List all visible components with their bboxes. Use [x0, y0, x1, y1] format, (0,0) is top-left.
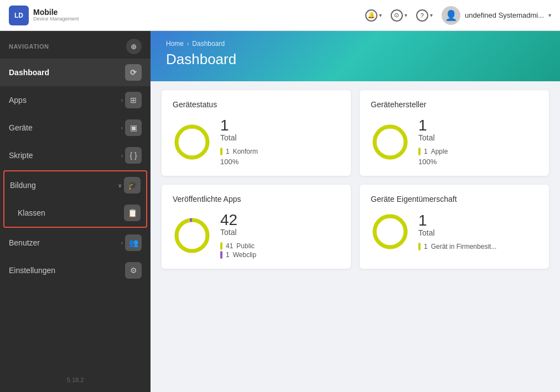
breakdown-apps: 41 Public 1 Webclip: [220, 242, 340, 259]
card-title-eigentümerschaft: Geräte Eigentümerschaft: [371, 195, 538, 203]
header-actions: 🔔 ▾ ⊙ ▾ ? ▾ 👤 undefined Systemadmi... ▾: [365, 6, 551, 25]
breakdown-item-firmenbesit: 1 Gerät in Firmenbesit...: [418, 243, 538, 250]
user-menu[interactable]: 👤 undefined Systemadmi... ▾: [442, 6, 551, 25]
card-apps: Veröffentlichte Apps 42 Total: [162, 185, 351, 269]
sidebar-label-benutzer: Benutzer: [9, 238, 121, 247]
main-layout: NAVIGATION ⊕ Dashboard ⟳ Apps › ⊞ Geräte…: [0, 31, 560, 392]
help-icon: ?: [416, 9, 428, 22]
breakdown-gerätestatus: 1 Konform: [220, 148, 340, 155]
logo-sub-text: Device Management: [33, 17, 79, 22]
bildung-icon: 🎓: [124, 177, 141, 194]
skripte-chevron-icon: ›: [121, 153, 123, 159]
dashboard-icon: ⟳: [125, 64, 142, 81]
einstellungen-icon: ⚙: [125, 262, 142, 279]
notifications-button[interactable]: 🔔 ▾: [365, 9, 382, 22]
total-label-gerätestatus: Total: [220, 133, 340, 142]
breakdown-item-webclip: 1 Webclip: [220, 251, 340, 259]
svg-point-5: [177, 220, 208, 251]
apps-icon: ⊞: [125, 92, 142, 108]
header: LD Mobile Device Management 🔔 ▾ ⊙ ▾ ? ▾ …: [0, 0, 560, 31]
sidebar-label-apps: Apps: [9, 96, 121, 104]
sidebar: NAVIGATION ⊕ Dashboard ⟳ Apps › ⊞ Geräte…: [0, 31, 151, 392]
logo-icon: LD: [9, 6, 29, 25]
card-title-gerätehersteller: Gerätehersteller: [371, 100, 538, 109]
breadcrumb-home[interactable]: Home: [166, 40, 184, 48]
logo-main-text: Mobile: [33, 8, 79, 17]
percentage-gerätehersteller: 100%: [418, 158, 538, 166]
avatar: 👤: [442, 6, 460, 25]
svg-point-3: [375, 127, 406, 158]
user-name: undefined Systemadmi...: [465, 11, 544, 19]
bildung-section: Bildung ∨ 🎓 Klassen 📋: [3, 170, 147, 228]
donut-apps: [173, 216, 211, 255]
breadcrumb-current: Dashboard: [192, 40, 225, 48]
sidebar-nav-header: NAVIGATION ⊕: [0, 31, 151, 59]
total-number-gerätehersteller: 1: [418, 118, 538, 133]
breakdown-item-apple: 1 Apple: [418, 148, 538, 155]
klassen-icon: 📋: [124, 205, 141, 221]
breakdown-item-konform: 1 Konform: [220, 148, 340, 155]
nav-label: NAVIGATION: [9, 43, 49, 50]
sidebar-label-klassen: Klassen: [18, 208, 124, 217]
total-number-apps: 42: [220, 212, 340, 228]
breadcrumb-chevron-icon: ›: [187, 41, 189, 47]
bar-webclip: [220, 251, 222, 259]
total-label-eigentümerschaft: Total: [418, 228, 538, 237]
sidebar-item-geraete[interactable]: Geräte › ▣: [0, 114, 151, 142]
breakdown-item-public: 41 Public: [220, 242, 340, 250]
donut-gerätehersteller: [371, 123, 409, 161]
logo-text: Mobile Device Management: [33, 8, 79, 22]
sidebar-item-einstellungen[interactable]: Einstellungen ⚙: [0, 257, 151, 284]
sync-button[interactable]: ⊙ ▾: [391, 9, 407, 22]
card-stats-eigentümerschaft: 1 Total 1 Gerät in Firmenbesit...: [418, 213, 538, 250]
card-title-gerätestatus: Gerätestatus: [173, 100, 340, 109]
bell-icon: 🔔: [365, 9, 377, 22]
help-button[interactable]: ? ▾: [416, 9, 433, 22]
donut-eigentümerschaft: [371, 212, 409, 251]
card-content-apps: 42 Total 41 Public 1 Webclip: [173, 212, 340, 259]
sidebar-label-geraete: Geräte: [9, 123, 121, 132]
breakdown-eigentümerschaft: 1 Gerät in Firmenbesit...: [418, 243, 538, 250]
sync-icon: ⊙: [391, 9, 403, 22]
sidebar-item-klassen[interactable]: Klassen 📋: [4, 199, 146, 227]
card-eigentümerschaft: Geräte Eigentümerschaft 1 Total: [360, 185, 549, 269]
skripte-icon: { }: [125, 147, 142, 164]
breadcrumb: Home › Dashboard: [166, 40, 545, 48]
breakdown-gerätehersteller: 1 Apple: [418, 148, 538, 155]
bar-konform: [220, 148, 222, 155]
nav-settings-icon[interactable]: ⊕: [126, 39, 142, 54]
sidebar-label-dashboard: Dashboard: [9, 68, 125, 77]
bildung-chevron-icon: ∨: [118, 182, 122, 189]
sidebar-item-bildung[interactable]: Bildung ∨ 🎓: [4, 171, 146, 199]
sidebar-item-dashboard[interactable]: Dashboard ⟳: [0, 59, 151, 86]
donut-gerätestatus: [173, 123, 211, 161]
geraete-chevron-icon: ›: [121, 125, 123, 131]
svg-point-1: [177, 127, 208, 158]
total-number-eigentümerschaft: 1: [418, 213, 538, 228]
page-title: Dashboard: [166, 51, 545, 68]
total-number-gerätestatus: 1: [220, 118, 340, 133]
sidebar-label-bildung: Bildung: [10, 181, 118, 190]
svg-point-8: [375, 216, 406, 247]
card-content-gerätehersteller: 1 Total 1 Apple 100%: [371, 118, 538, 166]
content-area: Home › Dashboard Dashboard Gerätestatus: [151, 31, 560, 392]
total-label-apps: Total: [220, 228, 340, 237]
cards-grid: Gerätestatus 1 Total: [151, 81, 560, 278]
geraete-icon: ▣: [125, 119, 142, 136]
logo: LD Mobile Device Management: [9, 6, 120, 25]
sidebar-label-skripte: Skripte: [9, 151, 121, 160]
card-content-eigentümerschaft: 1 Total 1 Gerät in Firmenbesit...: [371, 212, 538, 251]
card-content-gerätestatus: 1 Total 1 Konform 100%: [173, 118, 340, 166]
card-stats-gerätestatus: 1 Total 1 Konform 100%: [220, 118, 340, 166]
page-header: Home › Dashboard Dashboard: [151, 31, 560, 81]
bar-public: [220, 242, 222, 250]
card-gerätehersteller: Gerätehersteller 1 Total: [360, 90, 549, 176]
apps-chevron-icon: ›: [121, 97, 123, 103]
bar-apple: [418, 148, 421, 155]
sidebar-label-einstellungen: Einstellungen: [9, 266, 125, 275]
benutzer-chevron-icon: ›: [121, 240, 123, 246]
sidebar-item-benutzer[interactable]: Benutzer › 👥: [0, 229, 151, 257]
sidebar-item-skripte[interactable]: Skripte › { }: [0, 142, 151, 169]
percentage-gerätestatus: 100%: [220, 158, 340, 166]
sidebar-item-apps[interactable]: Apps › ⊞: [0, 86, 151, 114]
